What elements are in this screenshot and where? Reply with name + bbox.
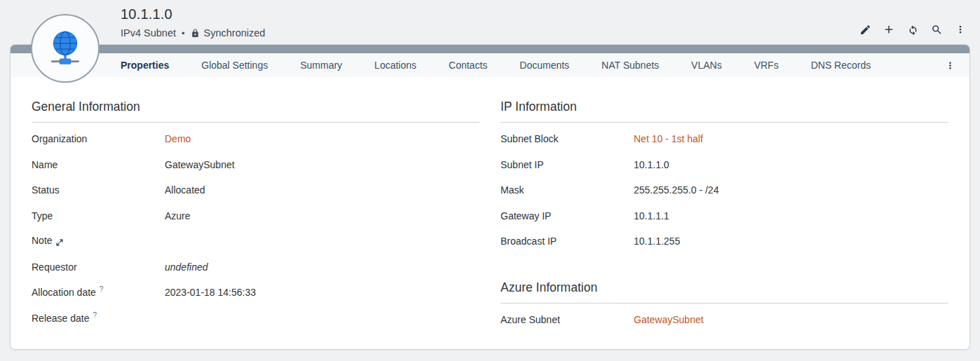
general-information-section: General Information Organization Demo Na… (32, 95, 479, 332)
field-value: 10.1.1.1 (634, 210, 669, 222)
field-label: Requestor (32, 261, 165, 273)
field-value: 10.1.1.255 (634, 236, 680, 247)
network-globe-icon (45, 27, 86, 70)
lock-icon (191, 29, 200, 38)
section-heading: IP Information (501, 95, 948, 123)
field-label: Note (32, 235, 53, 246)
field-gateway-ip: Gateway IP 10.1.1.1 (501, 203, 948, 229)
object-type-label: IPv4 Subnet (121, 27, 176, 39)
field-label: Name (32, 159, 165, 170)
field-value: GatewaySubnet (165, 159, 235, 170)
field-note: Note (32, 229, 479, 254)
field-subnet-block: Subnet Block Net 10 - 1st half (501, 126, 948, 152)
kebab-icon (955, 24, 966, 35)
add-button[interactable] (880, 21, 897, 38)
tab-vlans[interactable]: VLANs (691, 60, 722, 71)
tab-properties[interactable]: Properties (121, 60, 169, 71)
section-heading: General Information (32, 95, 479, 123)
azure-subnet-link[interactable]: GatewaySubnet (634, 314, 704, 325)
field-label: Mask (501, 184, 634, 196)
field-value: undefined (165, 261, 208, 273)
subnet-block-link[interactable]: Net 10 - 1st half (634, 133, 703, 144)
field-label: Organization (32, 133, 165, 144)
field-value: Allocated (165, 184, 205, 196)
sync-status: Synchronized (191, 27, 266, 39)
field-label: Type (32, 210, 165, 222)
tab-bar: Properties Global Settings Summary Locat… (11, 53, 969, 77)
section-heading: Azure Information (501, 276, 948, 304)
field-label: Subnet IP (501, 159, 634, 170)
refresh-button[interactable] (904, 21, 921, 38)
field-allocation-date: Allocation date ? 2023-01-18 14:56:33 (32, 280, 479, 306)
field-label: Status (32, 184, 165, 196)
tab-vrfs[interactable]: VRFs (754, 60, 779, 71)
tab-dns-records[interactable]: DNS Records (811, 60, 871, 71)
kebab-icon (945, 60, 955, 71)
subnet-detail-page: 10.1.1.0 IPv4 Subnet • Synchronized (0, 0, 980, 361)
field-broadcast-ip: Broadcast IP 10.1.1.255 (501, 229, 948, 254)
field-status: Status Allocated (32, 177, 479, 203)
field-subnet-ip: Subnet IP 10.1.1.0 (501, 152, 948, 178)
header-actions (857, 21, 969, 38)
help-indicator: ? (93, 311, 97, 319)
sync-label: Synchronized (204, 27, 266, 39)
field-label: Azure Subnet (501, 314, 634, 325)
properties-content: General Information Organization Demo Na… (11, 77, 969, 332)
field-label: Gateway IP (501, 210, 634, 222)
pencil-icon (859, 24, 871, 36)
more-actions-button[interactable] (952, 21, 969, 38)
field-value: 255.255.255.0 - /24 (634, 184, 719, 196)
field-value: Azure (165, 210, 191, 222)
search-icon (931, 24, 943, 36)
field-requestor: Requestor undefined (32, 254, 479, 280)
field-azure-subnet: Azure Subnet GatewaySubnet (501, 307, 948, 333)
tab-contacts[interactable]: Contacts (449, 60, 487, 71)
field-organization: Organization Demo (32, 126, 479, 152)
expand-icon[interactable] (56, 237, 63, 248)
tab-documents[interactable]: Documents (519, 60, 569, 71)
organization-link[interactable]: Demo (165, 133, 191, 144)
field-label: Allocation date (32, 287, 96, 298)
detail-card: Properties Global Settings Summary Locat… (10, 44, 970, 350)
tabs-overflow-button[interactable] (941, 57, 958, 74)
ip-information-section: IP Information Subnet Block Net 10 - 1st… (501, 95, 948, 332)
card-top-stripe (11, 45, 969, 53)
field-mask: Mask 255.255.255.0 - /24 (501, 177, 948, 203)
tab-summary[interactable]: Summary (300, 60, 342, 71)
tab-nat-subnets[interactable]: NAT Subnets (601, 60, 659, 71)
field-label: Subnet Block (501, 133, 634, 144)
refresh-icon (907, 24, 919, 36)
avatar (31, 14, 100, 83)
search-button[interactable] (928, 21, 945, 38)
field-label: Release date (32, 313, 90, 324)
separator-dot: • (182, 28, 185, 39)
page-title: 10.1.1.0 (121, 6, 172, 22)
field-value: 10.1.1.0 (634, 159, 669, 170)
field-name: Name GatewaySubnet (32, 152, 479, 178)
edit-button[interactable] (857, 21, 873, 38)
page-subtitle: IPv4 Subnet • Synchronized (121, 27, 265, 39)
help-indicator: ? (100, 285, 104, 293)
tab-locations[interactable]: Locations (374, 60, 416, 71)
field-release-date: Release date ? (32, 306, 479, 332)
tab-global-settings[interactable]: Global Settings (201, 60, 268, 71)
plus-icon (883, 23, 895, 36)
field-label: Broadcast IP (501, 236, 634, 247)
field-value: 2023-01-18 14:56:33 (165, 287, 256, 298)
field-type: Type Azure (32, 203, 479, 229)
